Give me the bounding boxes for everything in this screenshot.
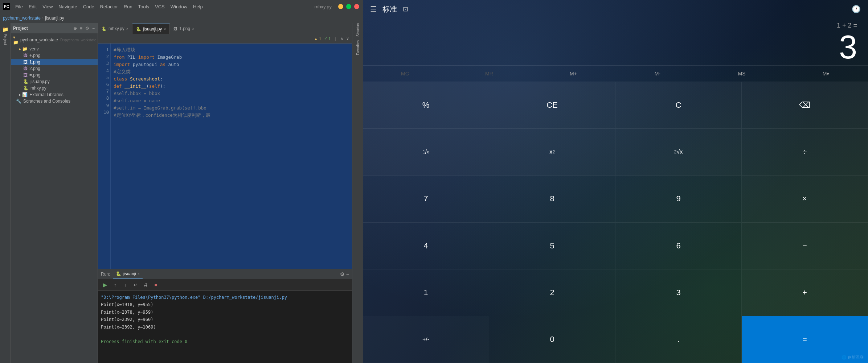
check-count: 1 [328, 37, 331, 41]
warning-badge[interactable]: ▲ 1 [314, 37, 321, 41]
project-header: Project ⊕ ≡ ⚙ − [11, 23, 98, 33]
btn-2[interactable]: 2 [489, 269, 615, 316]
btn-6[interactable]: 6 [615, 223, 742, 269]
code-content[interactable]: #导入模块 from PIL import ImageGrab import p… [111, 44, 352, 269]
nav-down[interactable]: ∨ [346, 36, 349, 41]
mem-mc-btn[interactable]: MC [363, 66, 447, 82]
btn-decimal[interactable]: . [615, 316, 742, 363]
menu-view[interactable]: View [40, 3, 55, 10]
project-root-label: pycharm_workstate [20, 37, 58, 42]
menu-code[interactable]: Code [81, 3, 97, 10]
mem-mdown-btn[interactable]: M▾ [784, 66, 868, 82]
favorites-icon[interactable]: Favorites [353, 43, 363, 52]
btn-add[interactable]: + [742, 269, 868, 316]
menu-tools[interactable]: Tools [136, 3, 151, 10]
btn-square[interactable]: x2 [489, 129, 615, 176]
btn-sqrt[interactable]: 2√x [615, 129, 742, 176]
structure-sidebar-icon[interactable]: Structure [353, 25, 363, 34]
tree-jisuanji-py[interactable]: 🐍 jisuanji.py [11, 78, 98, 85]
error-bar: ▲ 1 ✓ 1 | ∧ ∨ [98, 34, 352, 44]
breadcrumb-root[interactable]: pycharm_workstate [3, 16, 41, 21]
mem-ms-btn[interactable]: MS [700, 66, 784, 82]
run-wrap-btn[interactable]: ↵ [131, 281, 139, 289]
code-area: 🐍 mhxy.py × 🐍 jisuanji.py × 🖼 1.png × [98, 23, 352, 363]
tree-external-libs[interactable]: ▸ 📊 External Libraries [11, 91, 98, 98]
output-line-2: Point(x=1918, y=955) [101, 301, 349, 308]
run-scroll-up-btn[interactable]: ↑ [111, 281, 119, 289]
menu-bar: File Edit View Navigate Code Refactor Ru… [13, 3, 312, 10]
calc-history-icon[interactable]: 🕐 [852, 5, 861, 13]
mem-mplus-btn[interactable]: M+ [531, 66, 615, 82]
btn-c[interactable]: C [615, 82, 742, 129]
run-play-btn[interactable]: ▶ [101, 281, 109, 289]
btn-9[interactable]: 9 [615, 176, 742, 222]
calc-watermark: 🌐 创新互联 [842, 355, 864, 360]
mem-mr-btn[interactable]: MR [447, 66, 531, 82]
run-toolbar: ▶ ↑ ↓ ↵ 🖨 ■ [98, 279, 352, 291]
menu-edit[interactable]: Edit [26, 3, 39, 10]
run-tab-jisuanji[interactable]: 🐍 jisuanji × [113, 270, 143, 279]
hamburger-icon[interactable]: ☰ [370, 5, 377, 13]
calc-mode-icon[interactable]: ⊡ [403, 5, 408, 13]
run-scroll-down-btn[interactable]: ↓ [121, 281, 129, 289]
tab-1png[interactable]: 🖼 1.png × [170, 24, 198, 34]
tree-1-png[interactable]: 🖼 1.png [11, 59, 98, 65]
watermark-text: 创新互联 [848, 355, 864, 359]
nav-up[interactable]: ∧ [340, 36, 343, 41]
btn-divide[interactable]: ÷ [742, 129, 868, 176]
btn-subtract[interactable]: − [742, 223, 868, 269]
run-print-btn[interactable]: 🖨 [142, 281, 150, 289]
btn-3[interactable]: 3 [615, 269, 742, 316]
btn-7[interactable]: 7 [363, 176, 489, 222]
tree-venv[interactable]: ▸ 📁 venv [11, 46, 98, 52]
project-icon[interactable]: 📁 [1, 25, 10, 34]
menu-navigate[interactable]: Navigate [56, 3, 79, 10]
run-tab-close[interactable]: × [138, 272, 140, 276]
tab-close-mhxy[interactable]: × [126, 27, 128, 31]
btn-negate[interactable]: +/- [363, 316, 489, 363]
tree-eq-png[interactable]: 🖼 =.png [11, 72, 98, 78]
check-icon: ✓ [324, 36, 327, 41]
tree-2-png[interactable]: 🖼 2.png [11, 65, 98, 72]
tab-mhxy[interactable]: 🐍 mhxy.py × [98, 24, 132, 34]
run-hide-btn[interactable]: − [346, 271, 349, 277]
menu-file[interactable]: File [13, 3, 25, 10]
btn-multiply[interactable]: × [742, 176, 868, 222]
close-button[interactable] [354, 4, 359, 9]
run-stop-btn[interactable]: ■ [152, 281, 160, 289]
menu-refactor[interactable]: Refactor [98, 3, 120, 10]
tab-close-jisuanji[interactable]: × [164, 27, 166, 31]
btn-0[interactable]: 0 [489, 316, 615, 363]
btn-8[interactable]: 8 [489, 176, 615, 222]
btn-4[interactable]: 4 [363, 223, 489, 269]
mem-mminus-btn[interactable]: M- [615, 66, 700, 82]
calc-title: 标准 [382, 4, 397, 14]
btn-1[interactable]: 1 [363, 269, 489, 316]
project-locate-btn[interactable]: ⊕ [73, 25, 78, 32]
btn-reciprocal[interactable]: 1/x [363, 129, 489, 176]
project-collapse-btn[interactable]: ≡ [79, 25, 83, 32]
structure-icon[interactable]: Project [1, 35, 10, 44]
run-settings-btn[interactable]: ⚙ [340, 271, 345, 277]
menu-run[interactable]: Run [122, 3, 135, 10]
btn-backspace[interactable]: ⌫ [742, 82, 868, 129]
btn-ce[interactable]: CE [489, 82, 615, 129]
maximize-button[interactable] [346, 4, 351, 9]
tree-mhxy-py[interactable]: 🐍 mhxy.py [11, 85, 98, 91]
tab-jisuanji[interactable]: 🐍 jisuanji.py × [132, 24, 170, 34]
minimize-button[interactable] [338, 4, 343, 9]
project-hide-btn[interactable]: − [91, 25, 95, 32]
menu-window[interactable]: Window [168, 3, 189, 10]
check-badge[interactable]: ✓ 1 [324, 36, 331, 41]
tab-close-1png[interactable]: × [192, 27, 194, 31]
code-editor[interactable]: 1 2 3 4 5 6 7 8 9 10 #导入模块 from PIL impo… [98, 44, 352, 269]
btn-5[interactable]: 5 [489, 223, 615, 269]
tree-root[interactable]: ▾ 📁 pycharm_workstate D:\pycharm_worksta… [11, 34, 98, 46]
tree-scratches[interactable]: 🔧 Scratches and Consoles [11, 98, 98, 104]
project-settings-btn[interactable]: ⚙ [85, 25, 90, 32]
menu-vcs[interactable]: VCS [153, 3, 167, 10]
menu-help[interactable]: Help [191, 3, 205, 10]
btn-percent[interactable]: % [363, 82, 489, 129]
tree-plus-png[interactable]: 🖼 +.png [11, 52, 98, 59]
breadcrumb-file[interactable]: jisuanji.py [45, 16, 64, 21]
